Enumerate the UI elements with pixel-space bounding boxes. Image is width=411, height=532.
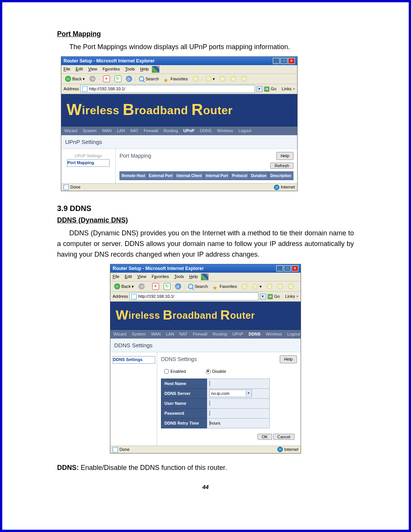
address-dropdown[interactable]: ▾ bbox=[260, 294, 266, 300]
ddns-subheading: DDNS (Dynamic DNS) bbox=[57, 215, 354, 226]
nav-wizard[interactable]: Wizard bbox=[113, 331, 126, 337]
search-button[interactable]: Search bbox=[186, 283, 209, 290]
print-icon[interactable] bbox=[220, 76, 226, 82]
cancel-button[interactable]: Cancel bbox=[273, 434, 295, 440]
mail-icon[interactable] bbox=[206, 76, 212, 82]
address-input[interactable]: http://192.168.10.1/ bbox=[80, 85, 255, 93]
close-button[interactable]: × bbox=[288, 58, 295, 64]
window-title: Router Setup - Microsoft Internet Explor… bbox=[113, 265, 204, 272]
minimize-button[interactable]: _ bbox=[276, 265, 283, 272]
input-password[interactable] bbox=[209, 411, 210, 416]
sidebar-item-upnp-settings[interactable]: UPnP Settings bbox=[64, 153, 113, 159]
mail-icon[interactable] bbox=[252, 283, 258, 289]
menu-edit[interactable]: Edit bbox=[125, 273, 132, 280]
menu-file[interactable]: File bbox=[64, 66, 70, 73]
forward-button[interactable] bbox=[88, 75, 97, 82]
input-host-name[interactable] bbox=[209, 381, 210, 386]
history-icon[interactable] bbox=[242, 283, 248, 289]
edit-icon[interactable] bbox=[277, 283, 283, 289]
nav-wireless[interactable]: Wireless bbox=[217, 128, 233, 134]
page-title: Port Mapping bbox=[119, 152, 151, 160]
star-icon: ★ bbox=[163, 76, 169, 82]
menu-help[interactable]: Help bbox=[140, 66, 149, 73]
ok-button[interactable]: OK bbox=[258, 434, 272, 440]
home-button[interactable] bbox=[174, 283, 183, 290]
go-label[interactable]: Go bbox=[274, 293, 280, 300]
nav-upnp[interactable]: UPnP bbox=[233, 331, 244, 337]
nav-wizard[interactable]: Wizard bbox=[64, 128, 77, 134]
home-button[interactable] bbox=[124, 75, 134, 82]
nav-wireless[interactable]: Wireless bbox=[266, 331, 282, 337]
menu-tools[interactable]: Tools bbox=[174, 273, 184, 280]
label-host-name: Host Name bbox=[161, 379, 207, 388]
address-input[interactable]: http://192.168.10.1/ bbox=[129, 292, 258, 300]
sidebar-item-ddns-settings[interactable]: DDNS Settings bbox=[113, 356, 155, 364]
nav-nat[interactable]: NAT bbox=[180, 331, 188, 337]
close-button[interactable]: × bbox=[292, 265, 298, 272]
nav-wan[interactable]: WAN bbox=[151, 331, 161, 337]
menu-file[interactable]: File bbox=[113, 273, 119, 280]
links-label[interactable]: Links bbox=[282, 86, 292, 92]
discuss-icon[interactable] bbox=[241, 76, 247, 82]
go-button-icon[interactable]: ➔ bbox=[264, 86, 269, 92]
refresh-button[interactable]: ↻ bbox=[113, 75, 123, 83]
favorites-button[interactable]: ★Favorites bbox=[211, 283, 238, 290]
back-button[interactable]: Back ▾ bbox=[113, 283, 135, 290]
sidebar-item-port-mapping[interactable]: Port Mapping bbox=[67, 159, 110, 167]
help-button[interactable]: Help bbox=[276, 152, 293, 160]
nav-nat[interactable]: NAT bbox=[131, 128, 139, 134]
menu-tools[interactable]: Tools bbox=[125, 66, 135, 73]
nav-ddns[interactable]: DDNS bbox=[200, 128, 212, 134]
menu-view[interactable]: View bbox=[88, 66, 97, 73]
stop-button[interactable]: × bbox=[151, 283, 161, 290]
history-icon[interactable] bbox=[193, 76, 199, 82]
help-button[interactable]: Help bbox=[280, 355, 297, 363]
nav-lan[interactable]: LAN bbox=[166, 331, 174, 337]
nav-lan[interactable]: LAN bbox=[117, 128, 125, 134]
nav-routing[interactable]: Routing bbox=[213, 331, 227, 337]
menu-help[interactable]: Help bbox=[189, 273, 198, 280]
go-button-icon[interactable]: ➔ bbox=[268, 294, 273, 299]
links-label[interactable]: Links bbox=[285, 293, 295, 300]
nav-ddns[interactable]: DDNS bbox=[249, 331, 260, 337]
port-mapping-heading: Port Mapping bbox=[57, 29, 354, 40]
nav-wan[interactable]: WAN bbox=[102, 128, 112, 134]
status-text: Done bbox=[70, 185, 80, 189]
nav-firewall[interactable]: Firewall bbox=[193, 331, 207, 337]
address-bar: Address http://192.168.10.1/ ▾ ➔ Go Link… bbox=[110, 292, 301, 302]
nav-system[interactable]: System bbox=[132, 331, 146, 337]
favorites-button[interactable]: ★Favorites bbox=[162, 75, 189, 83]
back-button[interactable]: Back ▾ bbox=[64, 75, 86, 83]
search-button[interactable]: Search bbox=[137, 75, 160, 83]
discuss-icon[interactable] bbox=[288, 283, 294, 289]
menu-favorites[interactable]: Favorites bbox=[102, 66, 119, 73]
minimize-button[interactable]: _ bbox=[273, 58, 280, 64]
nav-upnp[interactable]: UPnP bbox=[183, 128, 194, 134]
col-internal-port: Internal Port bbox=[204, 171, 230, 180]
refresh-button[interactable]: Refresh bbox=[270, 163, 293, 169]
nav-routing[interactable]: Routing bbox=[164, 128, 178, 134]
refresh-button[interactable]: ↻ bbox=[162, 283, 172, 290]
nav-logout[interactable]: Logout bbox=[238, 128, 251, 134]
toolbar: Back ▾ · × ↻ | Search ★Favorites | ▾ bbox=[61, 74, 297, 84]
menu-edit[interactable]: Edit bbox=[76, 66, 83, 73]
stop-button[interactable]: × bbox=[102, 75, 112, 83]
select-ddns-server[interactable]: no-ip.com▾ bbox=[209, 390, 252, 397]
address-dropdown[interactable]: ▾ bbox=[256, 86, 263, 92]
nav-system[interactable]: System bbox=[83, 128, 97, 134]
maximize-button[interactable]: □ bbox=[284, 265, 291, 272]
input-user-name[interactable] bbox=[209, 401, 210, 406]
print-icon[interactable] bbox=[266, 283, 272, 289]
edit-icon[interactable] bbox=[230, 76, 236, 82]
menu-view[interactable]: View bbox=[137, 273, 147, 280]
forward-button[interactable] bbox=[137, 283, 146, 290]
maximize-button[interactable]: □ bbox=[280, 58, 287, 64]
nav-logout[interactable]: Logout bbox=[287, 331, 300, 337]
status-bar: Done Internet bbox=[61, 183, 297, 191]
radio-enabled[interactable]: Enabled bbox=[164, 369, 186, 374]
radio-disable[interactable]: Disable bbox=[206, 369, 226, 374]
nav-firewall[interactable]: Firewall bbox=[144, 128, 158, 134]
col-duration: Duration bbox=[249, 171, 269, 180]
go-label[interactable]: Go bbox=[271, 86, 277, 92]
menu-favorites[interactable]: Favorites bbox=[151, 273, 169, 280]
